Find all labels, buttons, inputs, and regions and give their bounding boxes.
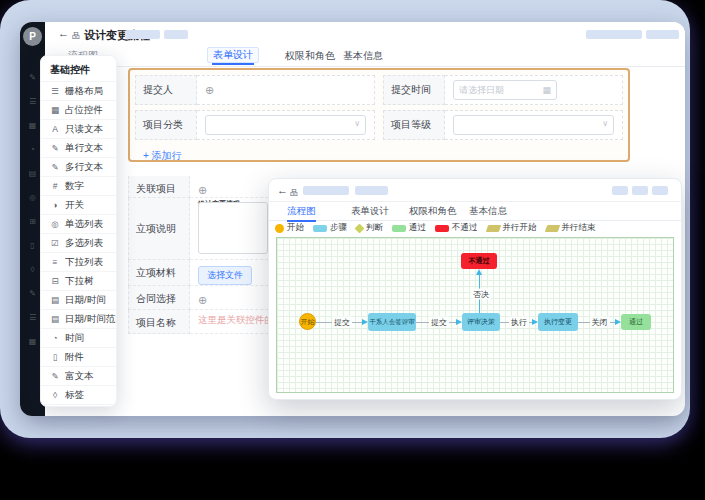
- submitter-picker-field[interactable]: ⊕: [197, 75, 375, 105]
- panel-item-单行文本[interactable]: ✎单行文本: [41, 138, 116, 157]
- panel-item-日期/时间范围[interactable]: ▤日期/时间范围: [41, 309, 116, 328]
- flow-tab-表单设计[interactable]: 表单设计: [351, 205, 389, 218]
- flow-node-开始[interactable]: 开始: [299, 313, 316, 330]
- panel-item-栅格布局[interactable]: ☰栅格布局: [41, 81, 116, 100]
- app-tab-bar: 流程图表单设计权限和角色基本信息: [45, 46, 685, 67]
- flow-designer-window: ← 品 流程图表单设计权限和角色基本信息 开始步骤判断通过不通过并行开始并行结束…: [268, 178, 682, 400]
- submit-time-field: 请选择日期 ▦: [445, 75, 623, 105]
- header-skeleton-pill[interactable]: [646, 30, 679, 39]
- header-skeleton-pill[interactable]: [303, 186, 349, 195]
- panel-item-时间[interactable]: ◔时间: [41, 328, 116, 347]
- flow-tab-流程图[interactable]: 流程图: [287, 205, 316, 218]
- header-skeleton-pill[interactable]: [125, 30, 160, 39]
- panel-item-开关[interactable]: ◑开关: [41, 195, 116, 214]
- panel-item-占位控件[interactable]: ▦占位控件: [41, 100, 116, 119]
- panel-item-label: 单行文本: [65, 142, 103, 155]
- flow-node-干系人会签评审[interactable]: 干系人会签评审: [368, 313, 416, 331]
- panel-item-下拉列表[interactable]: ≡下拉列表: [41, 252, 116, 271]
- panel-item-只读文本[interactable]: A只读文本: [41, 119, 116, 138]
- flow-node-评审决策[interactable]: 评审决策: [462, 313, 500, 331]
- legend-rect-icon: [392, 225, 406, 232]
- panel-item-下拉树[interactable]: ⊟下拉树: [41, 271, 116, 290]
- project-level-select[interactable]: ∨: [453, 115, 614, 135]
- legend-label: 步骤: [330, 222, 347, 234]
- chevron-down-icon: ∨: [354, 119, 360, 128]
- tab-基本信息[interactable]: 基本信息: [343, 49, 383, 63]
- panel-item-多选列表[interactable]: ☑多选列表: [41, 233, 116, 252]
- panel-title: 基础控件: [41, 56, 116, 81]
- flow-canvas[interactable]: 提交提交执行关闭否决开始干系人会签评审评审决策执行变更通过不通过: [276, 237, 674, 393]
- field-label: 合同选择: [128, 286, 190, 310]
- control-icon: ✎: [50, 162, 60, 172]
- field-label: 关联项目: [128, 176, 190, 198]
- panel-item-label: 时间: [65, 332, 84, 345]
- control-icon: ▤: [50, 295, 60, 305]
- header-skeleton-pill[interactable]: [164, 30, 188, 39]
- arrow-up-icon: [476, 269, 482, 275]
- panel-item-标签[interactable]: ◊标签: [41, 385, 116, 404]
- flow-legend: 开始步骤判断通过不通过并行开始并行结束: [275, 221, 596, 235]
- control-icon: ✎: [50, 371, 60, 381]
- panel-item-label: 标签: [65, 389, 84, 402]
- back-icon[interactable]: ←: [58, 27, 69, 39]
- legend-para-icon: [544, 225, 560, 232]
- control-icon: ≡: [50, 257, 60, 267]
- flow-tab-基本信息[interactable]: 基本信息: [469, 205, 507, 218]
- panel-item-label: 下拉树: [65, 275, 94, 288]
- panel-item-label: 开关: [65, 199, 84, 212]
- header-skeleton-pill[interactable]: [652, 186, 668, 195]
- control-icon: ▤: [50, 314, 60, 324]
- panel-item-label: 富文本: [65, 370, 94, 383]
- chevron-down-icon: ∨: [602, 119, 608, 128]
- project-category-select[interactable]: ∨: [205, 115, 366, 135]
- header-skeleton-pill[interactable]: [355, 186, 388, 195]
- calendar-icon: ▦: [542, 85, 551, 95]
- legend-label: 开始: [287, 222, 304, 234]
- flow-node-通过[interactable]: 通过: [621, 314, 651, 330]
- edge-label: 执行: [509, 317, 529, 328]
- panel-item-日期/时间[interactable]: ▤日期/时间: [41, 290, 116, 309]
- plus-picker-icon[interactable]: ⊕: [198, 294, 207, 306]
- panel-item-多行文本[interactable]: ✎多行文本: [41, 157, 116, 176]
- flow-node-不通过[interactable]: 不通过: [461, 253, 497, 269]
- header-skeleton-pill[interactable]: [612, 186, 628, 195]
- form-grid-section[interactable]: 提交人 ⊕ 提交时间 请选择日期 ▦ 项目分类: [128, 68, 630, 162]
- control-icon: ☰: [50, 86, 60, 96]
- date-input[interactable]: 请选择日期 ▦: [453, 80, 557, 100]
- legend-item-不通过: 不通过: [435, 222, 478, 234]
- tab-表单设计[interactable]: 表单设计: [207, 47, 259, 63]
- legend-item-步骤: 步骤: [313, 222, 347, 234]
- panel-item-附件[interactable]: ▯附件: [41, 347, 116, 366]
- choose-file-button[interactable]: 选择文件: [198, 266, 252, 285]
- panel-item-label: 只读文本: [65, 123, 103, 136]
- description-textarea[interactable]: [198, 202, 268, 254]
- panel-item-单选列表[interactable]: ◎单选列表: [41, 214, 116, 233]
- plus-picker-icon[interactable]: ⊕: [205, 85, 214, 96]
- panel-item-label: 栅格布局: [65, 85, 103, 98]
- panel-item-富文本[interactable]: ✎富文本: [41, 366, 116, 385]
- panel-item-label: 数字: [65, 180, 84, 193]
- plus-picker-icon[interactable]: ⊕: [198, 184, 207, 196]
- legend-label: 判断: [366, 222, 383, 234]
- header-skeleton-pill[interactable]: [632, 186, 648, 195]
- panel-item-表格[interactable]: ⊞表格: [41, 404, 116, 407]
- panel-item-label: 附件: [65, 351, 84, 364]
- date-placeholder: 请选择日期: [459, 84, 504, 97]
- control-icon: ◔: [50, 333, 60, 343]
- edge-label: 关闭: [590, 317, 610, 328]
- form-grid-row: 提交人 ⊕ 提交时间 请选择日期 ▦: [135, 75, 623, 105]
- basic-controls-panel: 基础控件 ☰栅格布局▦占位控件A只读文本✎单行文本✎多行文本#数字◑开关◎单选列…: [40, 55, 117, 407]
- flow-node-执行变更[interactable]: 执行变更: [538, 313, 578, 331]
- add-row-button[interactable]: + 添加行: [135, 145, 623, 163]
- panel-item-数字[interactable]: #数字: [41, 176, 116, 195]
- field-label: 项目名称: [128, 310, 190, 334]
- flow-tab-权限和角色[interactable]: 权限和角色: [409, 205, 457, 218]
- project-category-field: ∨: [197, 110, 375, 140]
- app-logo: P: [23, 27, 42, 46]
- control-icon: ⊟: [50, 276, 60, 286]
- tab-权限和角色[interactable]: 权限和角色: [285, 49, 335, 63]
- legend-item-开始: 开始: [275, 222, 304, 234]
- control-icon: ☑: [50, 238, 60, 248]
- back-icon[interactable]: ←: [277, 184, 288, 196]
- header-skeleton-pill[interactable]: [586, 30, 642, 39]
